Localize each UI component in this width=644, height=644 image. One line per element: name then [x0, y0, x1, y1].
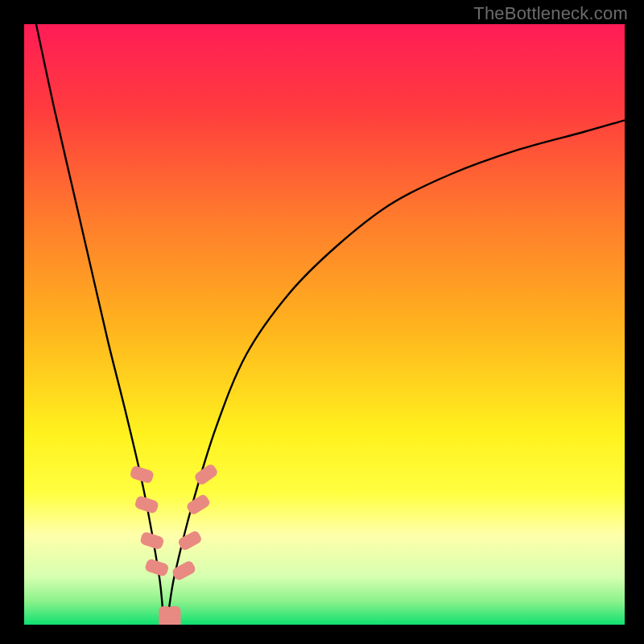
bottleneck-chart: [24, 24, 625, 625]
chart-frame: TheBottleneck.com: [0, 0, 644, 644]
gradient-background: [24, 24, 625, 625]
curve-marker: [168, 606, 181, 625]
plot-area: [24, 24, 625, 625]
attribution-label: TheBottleneck.com: [473, 3, 628, 24]
